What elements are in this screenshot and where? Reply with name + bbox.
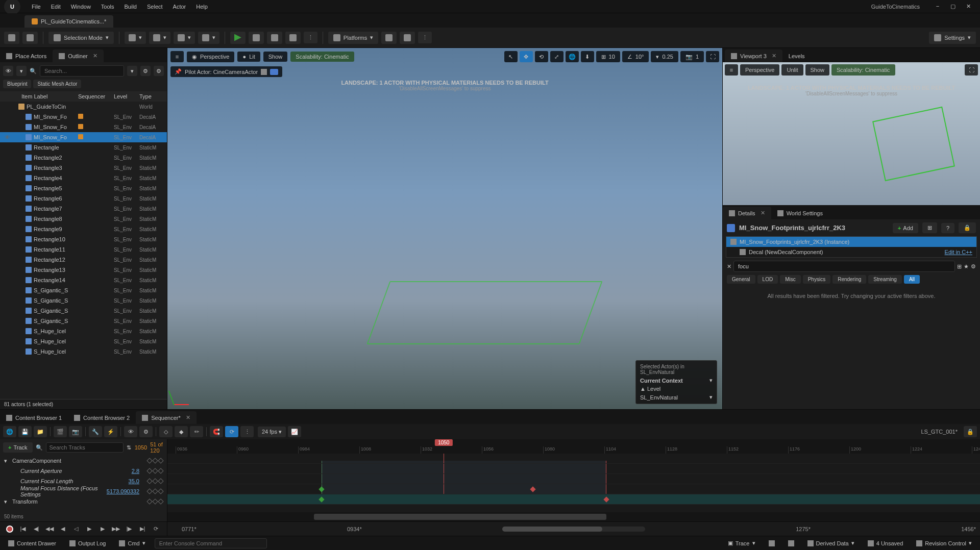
timeline-scrollbar[interactable] <box>167 512 980 521</box>
component-tree[interactable]: MI_Snow_Footprints_ujrlcfrr_2K3 (Instanc… <box>726 236 977 258</box>
category-rendering[interactable]: Rendering <box>832 275 866 284</box>
favorite-filter[interactable]: ★ <box>964 263 969 270</box>
outliner-row[interactable]: Rectangle14SL_EnvStaticM <box>0 275 167 285</box>
mini-lit[interactable]: Unlit <box>781 64 803 76</box>
help-button[interactable]: ? <box>941 223 954 233</box>
viewport-menu[interactable]: ≡ <box>170 51 184 62</box>
seq-browse[interactable]: 📁 <box>34 426 47 437</box>
outliner-row[interactable]: Rectangle4SL_EnvStaticM <box>0 173 167 183</box>
track-lane[interactable] <box>167 494 980 505</box>
mini-viewport-menu[interactable]: ≡ <box>725 64 738 76</box>
tab-outliner[interactable]: Outliner✕ <box>53 49 104 62</box>
prev-key[interactable] <box>152 488 158 494</box>
seq-world[interactable]: 🌐 <box>3 426 16 437</box>
lit-dropdown[interactable]: ●Lit <box>237 52 260 62</box>
category-lod[interactable]: LOD <box>757 275 778 284</box>
eject-button[interactable] <box>285 32 301 44</box>
rotation-snap[interactable]: ∠ 10° <box>622 51 649 62</box>
tab-place-actors[interactable]: Place Actors <box>0 50 53 62</box>
window-minimize[interactable]: − <box>930 3 945 10</box>
track-search-input[interactable] <box>46 442 124 453</box>
seq-loop[interactable]: ⟳ <box>225 426 238 437</box>
track-value[interactable]: 5173.090332 <box>104 488 139 494</box>
track-value[interactable]: 2.8 <box>104 468 139 474</box>
component-child[interactable]: Decal (NewDecalComponent)Edit in C++ <box>726 247 976 257</box>
goto-start[interactable]: |◀ <box>17 524 29 534</box>
mini-scalability[interactable]: Scalability: Cinematic <box>831 64 895 76</box>
tab-world-settings[interactable]: World Settings <box>771 207 829 219</box>
outliner-row[interactable]: S_Gigantic_SSL_EnvStaticM <box>0 316 167 326</box>
next-key[interactable] <box>158 498 163 504</box>
track-lane[interactable] <box>167 484 980 494</box>
step-back[interactable]: ◀◀ <box>44 524 55 534</box>
category-streaming[interactable]: Streaming <box>868 275 902 284</box>
search-input[interactable] <box>40 65 124 77</box>
trace-button[interactable]: ▣ Trace▾ <box>724 538 760 548</box>
stat-1[interactable] <box>765 539 779 548</box>
outliner-row[interactable]: Rectangle2SL_EnvStaticM <box>0 153 167 163</box>
mini-maximize[interactable]: ⛶ <box>965 64 978 76</box>
view-start[interactable]: 0771* <box>182 526 197 532</box>
category-physics[interactable]: Physics <box>803 275 830 284</box>
filter-icon[interactable]: ⇅ <box>127 444 131 451</box>
prev-key[interactable] <box>152 468 158 473</box>
next-key[interactable] <box>158 458 163 463</box>
track-lane[interactable] <box>167 464 980 474</box>
component-root[interactable]: MI_Snow_Footprints_ujrlcfrr_2K3 (Instanc… <box>726 237 976 247</box>
record-button[interactable] <box>4 524 15 534</box>
track-lane[interactable] <box>167 474 980 484</box>
details-search-input[interactable] <box>733 261 955 272</box>
seq-save[interactable]: 💾 <box>18 426 32 437</box>
prev-key[interactable] <box>152 498 158 504</box>
track-value[interactable]: 35.0 <box>104 478 139 484</box>
work-start[interactable]: 0934* <box>347 526 362 532</box>
view-end[interactable]: 1456* <box>961 526 976 532</box>
track-row[interactable]: ▾CameraComponent <box>0 456 167 466</box>
prev-key[interactable] <box>152 478 158 484</box>
menu-build[interactable]: Build <box>119 2 142 12</box>
filter-eye[interactable]: 👁 <box>3 66 13 76</box>
pause-button[interactable] <box>249 32 264 44</box>
add-content-button[interactable]: ▾ <box>125 32 146 44</box>
seq-lock[interactable]: 🔒 <box>964 426 977 437</box>
sequencer-timeline[interactable]: 1050 09360960098410081032105610801104112… <box>167 439 980 536</box>
tab-cb1[interactable]: Content Browser 1 <box>0 412 68 424</box>
chip-static-mesh[interactable]: Static Mesh Actor <box>33 80 81 88</box>
time-ruler[interactable]: 1050 09360960098410081032105610801104112… <box>167 439 980 454</box>
build-button[interactable] <box>400 32 415 44</box>
seq-autokey[interactable]: ◆ <box>175 426 188 437</box>
browse-asset[interactable]: ⊞ <box>922 222 937 233</box>
range-scrubber[interactable] <box>502 527 645 532</box>
scale-snap[interactable]: ▾ 0.25 <box>651 51 678 62</box>
output-log-button[interactable]: Output Log <box>65 539 110 548</box>
list-view-button[interactable]: ▾ <box>127 66 137 76</box>
details-options[interactable]: ⚙ <box>971 263 976 270</box>
close-icon[interactable]: ✕ <box>93 53 97 59</box>
loop-toggle[interactable]: ⟳ <box>150 524 161 534</box>
launch-button[interactable] <box>381 32 397 44</box>
surface-snap[interactable]: ⬇ <box>581 51 594 62</box>
play-options-button[interactable]: ⋮ <box>304 32 317 43</box>
step-forward-key[interactable]: |▶ <box>124 524 135 534</box>
maximize-viewport[interactable]: ⛶ <box>706 51 719 62</box>
outliner-row[interactable]: Rectangle11SL_EnvStaticM <box>0 244 167 255</box>
outliner-row[interactable]: MI_Snow_FoSL_EnvDecalA <box>0 112 167 122</box>
keyframe[interactable] <box>530 486 536 492</box>
play-button[interactable] <box>230 32 246 44</box>
category-all[interactable]: All <box>904 275 920 284</box>
outliner-row[interactable]: S_Gigantic_SSL_EnvStaticM <box>0 285 167 295</box>
scale-tool[interactable]: ⤢ <box>550 51 564 62</box>
seq-options[interactable]: 🔧 <box>89 426 102 437</box>
seq-snap[interactable]: 🧲 <box>210 426 223 437</box>
console-input[interactable] <box>155 538 267 548</box>
chip-blueprint[interactable]: Blueprint <box>3 80 31 88</box>
seq-actions[interactable]: ⚡ <box>104 426 117 437</box>
seq-playback[interactable]: ⚙ <box>139 426 153 437</box>
outliner-row[interactable]: S_Huge_IcelSL_EnvStaticM <box>0 326 167 336</box>
config-button[interactable]: ⚙ <box>154 66 164 76</box>
viewport3[interactable]: ≡ Perspective Unlit Show Scalability: Ci… <box>723 62 980 205</box>
track-row[interactable]: ▾Transform <box>0 496 167 507</box>
seq-edit[interactable]: ✏ <box>190 426 203 437</box>
clear-search[interactable]: ✕ <box>727 263 731 270</box>
scalability-dropdown[interactable]: Scalability: Cinematic <box>290 52 354 62</box>
